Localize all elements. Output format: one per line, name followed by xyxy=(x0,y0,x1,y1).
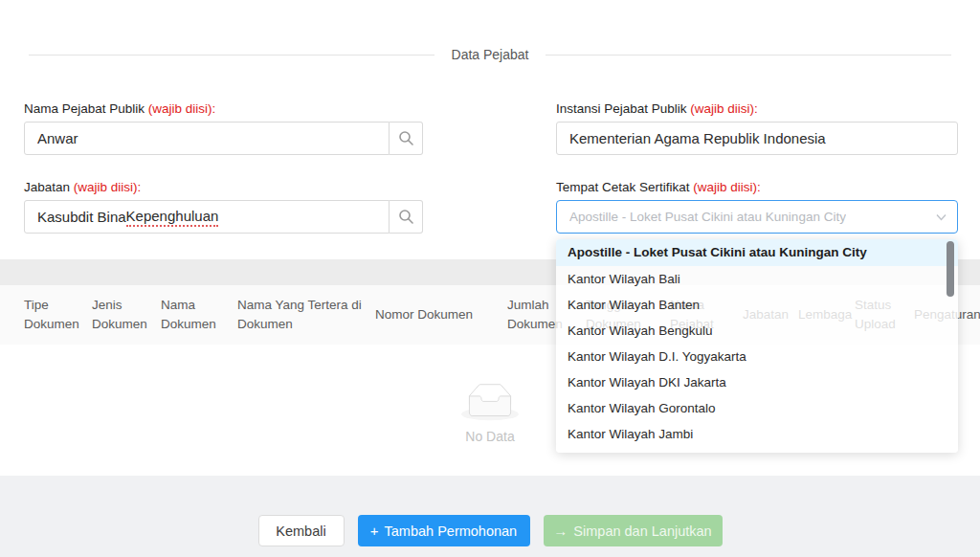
jabatan-required-note: (wajib diisi): xyxy=(74,180,142,194)
dropdown-option-banten[interactable]: Kantor Wilayah Banten xyxy=(556,292,958,318)
section-divider: Data Pejabat xyxy=(0,47,980,62)
tambah-permohonan-button-label: Tambah Permohonan xyxy=(385,524,518,539)
section-title: Data Pejabat xyxy=(434,47,546,62)
nama-pejabat-input-group xyxy=(24,122,423,155)
jabatan-value-misspelled: Kepenghuluan xyxy=(126,208,219,227)
arrow-right-icon: → xyxy=(553,523,568,539)
simpan-lanjutkan-button-label: Simpan dan Lanjutkan xyxy=(573,524,711,539)
tempat-cetak-label: Tempat Cetak Sertifikat (wajib diisi): xyxy=(556,180,761,194)
simpan-lanjutkan-button[interactable]: → Simpan dan Lanjutkan xyxy=(544,515,723,546)
dropdown-scrollbar-thumb[interactable] xyxy=(947,241,954,297)
nama-pejabat-input[interactable] xyxy=(24,122,390,155)
chevron-down-icon xyxy=(936,213,947,221)
search-icon xyxy=(398,130,414,146)
tambah-permohonan-button[interactable]: + Tambah Permohonan xyxy=(358,515,530,546)
instansi-required-note: (wajib diisi): xyxy=(690,101,758,116)
jabatan-label: Jabatan (wajib diisi): xyxy=(24,180,141,194)
jabatan-label-text: Jabatan xyxy=(24,180,74,194)
dropdown-option-gorontalo[interactable]: Kantor Wilayah Gorontalo xyxy=(556,395,958,421)
tempat-cetak-select[interactable]: Apostille - Loket Pusat Cikini atau Kuni… xyxy=(556,200,958,234)
dropdown-option-apostille-loket-pusat[interactable]: Apostille - Loket Pusat Cikini atau Kuni… xyxy=(556,239,958,266)
dropdown-option-bali[interactable]: Kantor Wilayah Bali xyxy=(556,266,958,292)
table-header-nama-tertera: Nama Yang Tertera di Dokumen xyxy=(237,296,375,335)
instansi-input[interactable] xyxy=(556,122,958,155)
nama-pejabat-search-button[interactable] xyxy=(390,122,423,155)
dropdown-option-dki-jakarta[interactable]: Kantor Wilayah DKI Jakarta xyxy=(556,369,958,395)
plus-icon: + xyxy=(370,523,379,539)
kembali-button-label: Kembali xyxy=(276,524,325,539)
data-pejabat-form-page: Data Pejabat Nama Pejabat Publik (wajib … xyxy=(0,0,980,557)
tempat-cetak-dropdown: Apostille - Loket Pusat Cikini atau Kuni… xyxy=(556,239,958,453)
dropdown-option-jambi[interactable]: Kantor Wilayah Jambi xyxy=(556,421,958,447)
tempat-cetak-select-value: Apostille - Loket Pusat Cikini atau Kuni… xyxy=(569,210,846,224)
search-icon xyxy=(398,209,414,225)
table-header-nomor-dokumen: Nomor Dokumen xyxy=(375,305,507,324)
tempat-cetak-required-note: (wajib diisi): xyxy=(693,180,761,194)
dropdown-option-di-yogyakarta[interactable]: Kantor Wilayah D.I. Yogyakarta xyxy=(556,344,958,369)
empty-state-text: No Data xyxy=(465,429,514,444)
jabatan-input[interactable]: Kasubdit Bina Kepenghuluan xyxy=(24,200,390,234)
table-header-jenis-dokumen: Jenis Dokumen xyxy=(92,296,161,335)
footer-bar: Kembali + Tambah Permohonan → Simpan dan… xyxy=(0,476,980,557)
table-header-nama-dokumen: Nama Dokumen xyxy=(161,296,237,335)
instansi-label-text: Instansi Pejabat Publik xyxy=(556,101,690,116)
jabatan-value-plain: Kasubdit Bina xyxy=(37,209,126,225)
dropdown-option-bengkulu[interactable]: Kantor Wilayah Bengkulu xyxy=(556,318,958,344)
footer-button-group: Kembali + Tambah Permohonan → Simpan dan… xyxy=(0,515,980,546)
table-header-tipe-dokumen: Tipe Dokumen xyxy=(24,296,92,335)
tempat-cetak-label-text: Tempat Cetak Sertifikat xyxy=(556,180,693,194)
empty-inbox-icon xyxy=(461,383,519,421)
divider-line-right xyxy=(546,55,951,56)
nama-pejabat-label: Nama Pejabat Publik (wajib diisi): xyxy=(24,101,215,116)
jabatan-search-button[interactable] xyxy=(390,200,423,234)
jabatan-input-group: Kasubdit Bina Kepenghuluan xyxy=(24,200,423,234)
divider-line-left xyxy=(29,55,434,56)
instansi-label: Instansi Pejabat Publik (wajib diisi): xyxy=(556,101,758,116)
nama-pejabat-label-text: Nama Pejabat Publik xyxy=(24,101,148,116)
nama-pejabat-required-note: (wajib diisi): xyxy=(148,101,216,116)
kembali-button[interactable]: Kembali xyxy=(258,515,345,546)
